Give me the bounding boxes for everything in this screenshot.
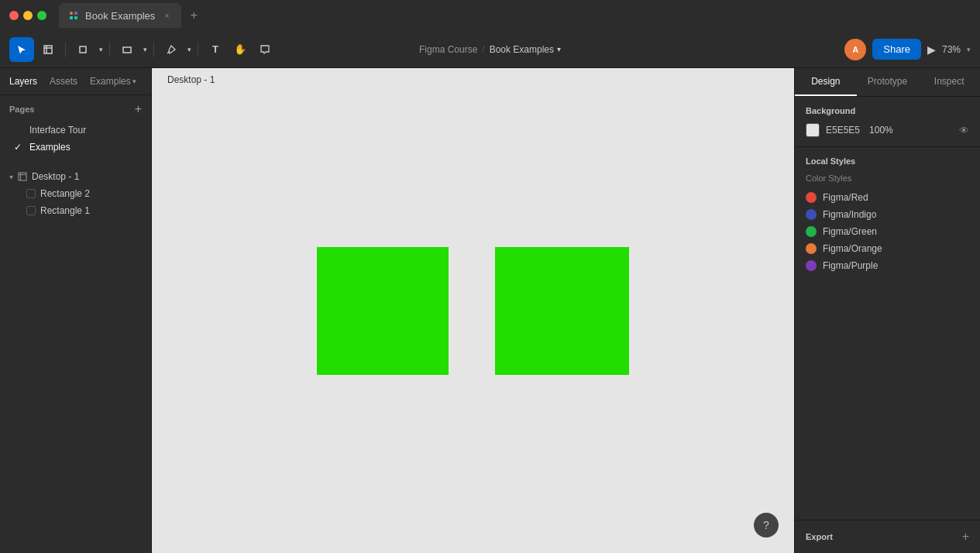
export-section: Export + xyxy=(795,520,980,553)
comment-tool-button[interactable] xyxy=(253,37,277,62)
text-tool-icon: T xyxy=(212,43,218,55)
shape-icon xyxy=(122,44,132,55)
chevron-down-icon-2: ▾ xyxy=(143,46,147,53)
svg-rect-8 xyxy=(123,47,131,53)
page-item-interface-tour[interactable]: ✓ Interface Tour xyxy=(9,122,142,139)
separator-4 xyxy=(198,42,198,57)
style-label-orange: Figma/Orange xyxy=(823,243,882,254)
share-button[interactable]: Share xyxy=(872,39,921,60)
breadcrumb: Figma Course / Book Examples ▾ xyxy=(419,44,561,55)
page-label-interface-tour: Interface Tour xyxy=(29,125,86,136)
pages-header: Pages + xyxy=(9,103,142,115)
background-title: Background xyxy=(806,106,969,115)
title-bar: Book Examples × + xyxy=(0,0,980,31)
separator-2 xyxy=(109,42,110,57)
style-item-red[interactable]: Figma/Red xyxy=(806,189,969,206)
export-row: Export + xyxy=(806,530,969,544)
layers-section: ▾ Desktop - 1 Rectangle 2 Rectangle 1 xyxy=(0,163,151,553)
move-tool-button[interactable] xyxy=(36,37,60,62)
tab-title: Book Examples xyxy=(85,10,155,22)
visibility-toggle-icon[interactable]: 👁 xyxy=(959,125,969,136)
background-row: E5E5E5 100% 👁 xyxy=(806,123,969,137)
style-item-indigo[interactable]: Figma/Indigo xyxy=(806,206,969,223)
rectangle-1[interactable] xyxy=(317,247,449,375)
layer-checkbox-rect2[interactable] xyxy=(26,189,36,198)
export-add-button[interactable]: + xyxy=(962,530,969,544)
close-traffic-light[interactable] xyxy=(9,11,19,20)
breadcrumb-separator: / xyxy=(482,44,484,55)
breadcrumb-chevron: ▾ xyxy=(557,45,561,53)
layer-item-rect1[interactable]: Rectangle 1 xyxy=(9,202,142,219)
style-label-indigo: Figma/Indigo xyxy=(823,209,876,220)
layers-tab[interactable]: Layers xyxy=(9,74,37,88)
breadcrumb-parent[interactable]: Figma Course xyxy=(419,44,477,55)
layer-desktop-frame[interactable]: ▾ Desktop - 1 xyxy=(9,168,142,185)
right-panel-tabs: Design Prototype Inspect xyxy=(795,68,980,97)
play-button[interactable]: ▶ xyxy=(927,43,936,56)
minimize-traffic-light[interactable] xyxy=(23,11,33,20)
frame-tool-chevron[interactable]: ▾ xyxy=(97,37,105,62)
style-item-orange[interactable]: Figma/Orange xyxy=(806,240,969,257)
svg-rect-3 xyxy=(74,16,77,19)
traffic-lights xyxy=(9,11,46,20)
select-tool-button[interactable] xyxy=(9,37,34,62)
style-label-green: Figma/Green xyxy=(823,226,877,237)
red-dot xyxy=(806,192,817,203)
chevron-down-icon-3: ▾ xyxy=(187,46,191,53)
active-tab[interactable]: Book Examples × xyxy=(59,3,181,28)
svg-rect-10 xyxy=(19,173,26,180)
pen-tool-chevron[interactable]: ▾ xyxy=(185,37,193,62)
tab-area: Book Examples × + xyxy=(59,3,203,28)
frame-tool-button[interactable] xyxy=(70,37,95,62)
breadcrumb-current[interactable]: Book Examples ▾ xyxy=(490,44,561,55)
zoom-chevron-icon[interactable]: ▾ xyxy=(967,46,971,53)
page-label-examples: Examples xyxy=(29,142,70,153)
color-styles-label: Color Styles xyxy=(806,173,969,183)
examples-tab[interactable]: Examples ▾ xyxy=(90,76,136,87)
text-tool-button[interactable]: T xyxy=(203,37,228,62)
assets-tab[interactable]: Assets xyxy=(50,74,77,88)
frame-tool-icon xyxy=(77,44,88,55)
page-item-examples[interactable]: ✓ Examples xyxy=(9,139,142,156)
separator-3 xyxy=(153,42,154,57)
fullscreen-traffic-light[interactable] xyxy=(37,11,46,20)
hand-icon: ✋ xyxy=(234,43,246,55)
green-dot xyxy=(806,226,817,237)
orange-dot xyxy=(806,243,817,254)
add-page-button[interactable]: + xyxy=(135,103,142,115)
layer-rect1-label: Rectangle 1 xyxy=(40,205,90,216)
tab-close-button[interactable]: × xyxy=(161,10,172,21)
new-tab-button[interactable]: + xyxy=(184,6,203,25)
canvas-content xyxy=(152,68,794,553)
hand-tool-button[interactable]: ✋ xyxy=(228,37,253,62)
shape-tool-button[interactable] xyxy=(115,37,139,62)
background-hex[interactable]: E5E5E5 xyxy=(826,125,860,136)
design-tab[interactable]: Design xyxy=(795,68,857,96)
avatar[interactable]: A xyxy=(844,39,866,60)
background-opacity[interactable]: 100% xyxy=(869,125,893,136)
examples-tab-label: Examples xyxy=(90,76,131,87)
breadcrumb-current-label: Book Examples xyxy=(490,44,554,55)
pen-tool-button[interactable] xyxy=(159,37,184,62)
layer-item-rect2[interactable]: Rectangle 2 xyxy=(9,185,142,202)
shape-tool-chevron[interactable]: ▾ xyxy=(141,37,149,62)
layer-frame-label: Desktop - 1 xyxy=(32,171,79,182)
export-title: Export xyxy=(806,532,833,541)
zoom-level[interactable]: 73% xyxy=(942,44,961,55)
figma-tab-icon xyxy=(68,10,79,21)
pen-icon xyxy=(166,44,177,55)
pages-title: Pages xyxy=(9,105,34,114)
layer-checkbox-rect1[interactable] xyxy=(26,206,36,215)
style-item-purple[interactable]: Figma/Purple xyxy=(806,257,969,274)
comment-icon xyxy=(260,44,270,55)
style-label-purple: Figma/Purple xyxy=(823,260,878,271)
rectangle-2[interactable] xyxy=(495,247,629,375)
background-section: Background E5E5E5 100% 👁 xyxy=(795,97,980,147)
help-button[interactable]: ? xyxy=(754,513,779,538)
style-item-green[interactable]: Figma/Green xyxy=(806,223,969,240)
inspect-tab[interactable]: Inspect xyxy=(918,68,980,96)
prototype-tab[interactable]: Prototype xyxy=(857,68,919,96)
canvas-area[interactable]: Desktop - 1 xyxy=(152,68,794,553)
svg-rect-7 xyxy=(80,46,86,53)
background-color-swatch[interactable] xyxy=(806,123,820,137)
